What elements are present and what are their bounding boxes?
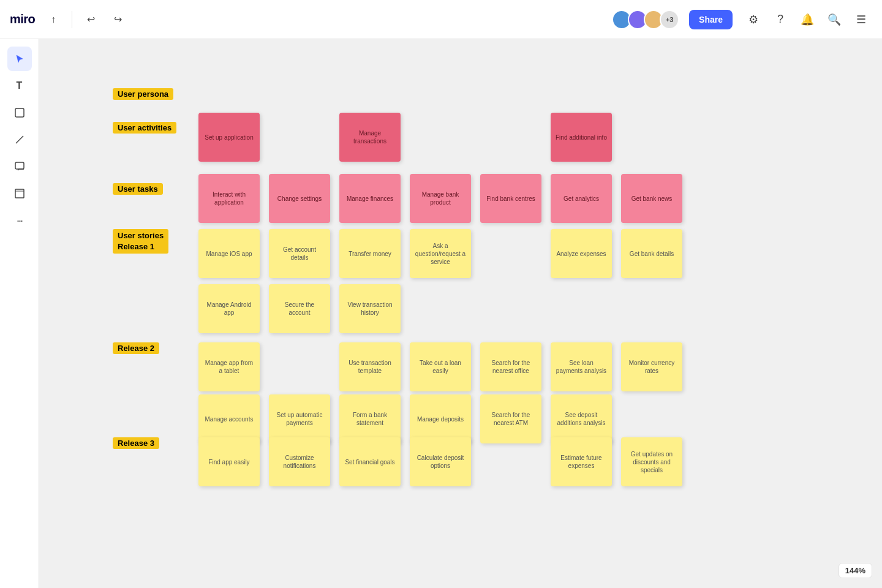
sticky-get-analytics[interactable]: Get analytics xyxy=(551,174,612,223)
svg-rect-0 xyxy=(15,108,24,117)
sticky-use-transaction-template[interactable]: Use transaction template xyxy=(339,342,401,391)
label-user-tasks: User tasks xyxy=(113,183,163,195)
sticky-search-nearest-office[interactable]: Search for the nearest office xyxy=(480,342,541,391)
comment-tool[interactable] xyxy=(7,154,32,179)
sticky-manage-app-tablet[interactable]: Manage app from a tablet xyxy=(198,342,260,391)
share-button[interactable]: Share xyxy=(689,10,733,29)
avatar-group: +3 xyxy=(612,10,679,29)
sticky-manage-deposits[interactable]: Manage deposits xyxy=(410,394,471,443)
svg-rect-2 xyxy=(15,162,24,169)
top-bar: miro ↑ ↩ ↪ +3 Share ⚙ ? 🔔 🔍 ☰ xyxy=(0,0,882,39)
sticky-manage-accounts[interactable]: Manage accounts xyxy=(198,394,260,443)
sticky-secure-account[interactable]: Secure the account xyxy=(269,284,330,333)
svg-rect-3 xyxy=(15,189,24,198)
sticky-search-nearest-atm[interactable]: Search for the nearest ATM xyxy=(480,394,541,443)
undo-button[interactable]: ↩ xyxy=(80,9,102,31)
cursor-tool[interactable] xyxy=(7,47,32,71)
sticky-manage-transactions[interactable]: Manage transactions xyxy=(339,113,401,162)
panel-icon-button[interactable]: ☰ xyxy=(850,9,872,31)
sticky-set-up-application[interactable]: Set up application xyxy=(198,113,260,162)
zoom-indicator: 144% xyxy=(839,563,872,578)
divider-1 xyxy=(72,11,72,28)
canvas: User persona User activities User tasks … xyxy=(39,39,882,588)
label-release-3: Release 3 xyxy=(113,437,159,449)
sticky-view-transaction-history[interactable]: View transaction history xyxy=(339,284,401,333)
label-release-2: Release 2 xyxy=(113,342,159,354)
sticky-see-deposit-additions[interactable]: See deposit additions analysis xyxy=(551,394,612,443)
sticky-set-up-automatic-payments[interactable]: Set up automatic payments xyxy=(269,394,330,443)
sticky-tool[interactable] xyxy=(7,100,32,125)
sticky-see-loan-payments[interactable]: See loan payments analysis xyxy=(551,342,612,391)
sticky-manage-finances[interactable]: Manage finances xyxy=(339,174,401,223)
label-user-activities: User activities xyxy=(113,122,176,134)
avatar-count: +3 xyxy=(660,10,679,29)
left-toolbar: T ··· xyxy=(0,39,39,588)
redo-button[interactable]: ↪ xyxy=(107,9,129,31)
sticky-analyze-expenses[interactable]: Analyze expenses xyxy=(551,229,612,278)
settings-icon-button[interactable]: ⚙ xyxy=(742,9,764,31)
sticky-get-bank-details[interactable]: Get bank details xyxy=(621,229,682,278)
sticky-manage-android-app[interactable]: Manage Android app xyxy=(198,284,260,333)
notification-icon-button[interactable]: 🔔 xyxy=(796,9,818,31)
search-icon-button[interactable]: 🔍 xyxy=(823,9,845,31)
sticky-interact-with-app[interactable]: Interact with application xyxy=(198,174,260,223)
sticky-form-bank-statement[interactable]: Form a bank statement xyxy=(339,394,401,443)
text-tool[interactable]: T xyxy=(7,74,32,98)
sticky-customize-notifications[interactable]: Customize notifications xyxy=(269,437,330,486)
topbar-right: +3 Share ⚙ ? 🔔 🔍 ☰ xyxy=(612,9,872,31)
frame-tool[interactable] xyxy=(7,181,32,206)
sticky-monitor-currency-rates[interactable]: Monitor currency rates xyxy=(621,342,682,391)
canvas-content: User persona User activities User tasks … xyxy=(113,88,725,578)
more-tools[interactable]: ··· xyxy=(7,208,32,233)
sticky-manage-bank-product[interactable]: Manage bank product xyxy=(410,174,471,223)
label-user-persona: User persona xyxy=(113,88,173,100)
sticky-take-out-loan[interactable]: Take out a loan easily xyxy=(410,342,471,391)
sticky-calculate-deposit-options[interactable]: Calculate deposit options xyxy=(410,437,471,486)
sticky-find-app-easily[interactable]: Find app easily xyxy=(198,437,260,486)
sticky-manage-ios-app[interactable]: Manage iOS app xyxy=(198,229,260,278)
upload-button[interactable]: ↑ xyxy=(42,9,64,31)
sticky-set-financial-goals[interactable]: Set financial goals xyxy=(339,437,401,486)
sticky-get-account-details[interactable]: Get account details xyxy=(269,229,330,278)
sticky-find-bank-centres[interactable]: Find bank centres xyxy=(480,174,541,223)
sticky-change-settings[interactable]: Change settings xyxy=(269,174,330,223)
sticky-get-updates-discounts[interactable]: Get updates on discounts and specials xyxy=(621,437,682,486)
sticky-get-bank-news[interactable]: Get bank news xyxy=(621,174,682,223)
pen-tool[interactable] xyxy=(7,127,32,152)
sticky-find-additional-info[interactable]: Find additional info xyxy=(551,113,612,162)
sticky-estimate-future-expenses[interactable]: Estimate future expenses xyxy=(551,437,612,486)
sticky-transfer-money[interactable]: Transfer money xyxy=(339,229,401,278)
label-user-stories-r1: User stories Release 1 xyxy=(113,229,168,254)
sticky-ask-question[interactable]: Ask a question/request a service xyxy=(410,229,471,278)
miro-logo: miro xyxy=(10,12,35,26)
svg-line-1 xyxy=(16,136,23,143)
help-icon-button[interactable]: ? xyxy=(769,9,791,31)
